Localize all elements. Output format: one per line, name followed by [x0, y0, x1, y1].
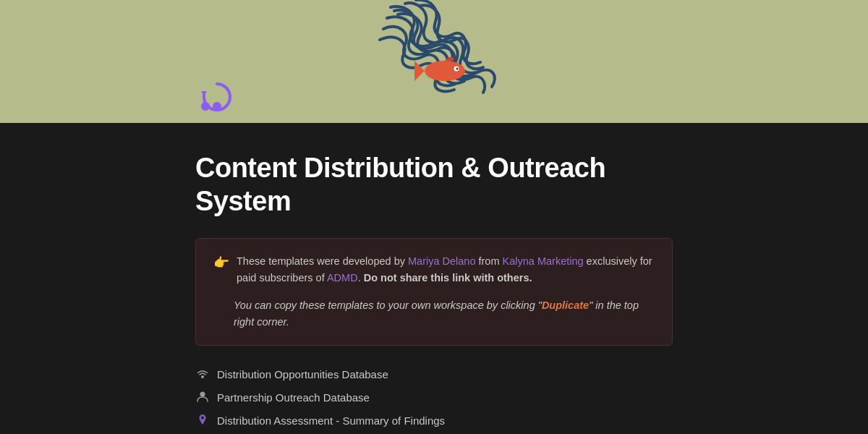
- notice-italic: You can copy these templates to your own…: [213, 297, 655, 331]
- brand-link[interactable]: ADMD: [327, 272, 358, 284]
- svg-point-3: [456, 68, 459, 70]
- banner: [0, 0, 868, 123]
- notice-text: These templates were developed by Mariya…: [237, 253, 655, 286]
- wifi-icon: [195, 367, 210, 383]
- author-link[interactable]: Mariya Delano: [408, 255, 476, 267]
- svg-point-6: [213, 102, 221, 111]
- svg-point-5: [201, 102, 210, 111]
- svg-point-9: [201, 416, 204, 419]
- links-list: Distribution Opportunities Database Part…: [195, 363, 673, 434]
- list-item-distribution-opportunities[interactable]: Distribution Opportunities Database: [195, 363, 673, 386]
- list-item-partnership-outreach[interactable]: Partnership Outreach Database: [195, 386, 673, 409]
- svg-point-0: [425, 61, 465, 81]
- notice-box: 👉 These templates were developed by Mari…: [195, 238, 673, 346]
- svg-marker-4: [201, 91, 207, 96]
- svg-point-7: [201, 375, 204, 378]
- list-item-distribution-assessment[interactable]: Distribution Assessment - Summary of Fin…: [195, 409, 673, 433]
- banner-illustration: [304, 0, 564, 116]
- link-label: Distribution Assessment - Summary of Fin…: [217, 414, 445, 427]
- person-icon: [195, 390, 210, 406]
- page-title: Content Distribution & Outreach System: [195, 152, 673, 218]
- banner-icon-area: [195, 80, 239, 116]
- link-label: Distribution Opportunities Database: [217, 368, 388, 380]
- main-content: Content Distribution & Outreach System 👉…: [0, 123, 868, 434]
- company-link[interactable]: Kalyna Marketing: [503, 255, 584, 267]
- link-label: Partnership Outreach Database: [217, 391, 370, 404]
- notice-emoji: 👉: [213, 255, 229, 271]
- pin-icon: [195, 413, 210, 429]
- refresh-icon: [195, 80, 239, 113]
- svg-point-8: [200, 391, 205, 396]
